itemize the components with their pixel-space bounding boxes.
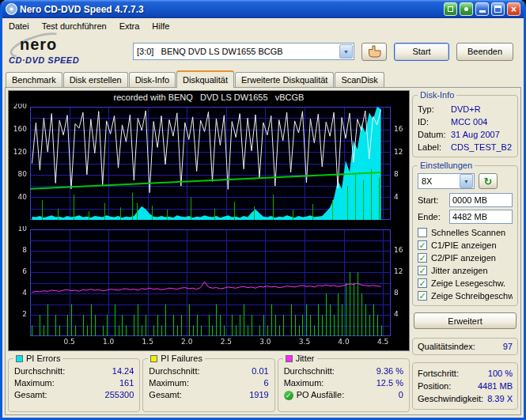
check-icon: ✓ (418, 292, 426, 300)
square-icon (448, 6, 453, 12)
minimize-button[interactable] (475, 2, 489, 16)
dot-icon (464, 7, 468, 11)
window-title: Nero CD-DVD Speed 4.7.7.3 (20, 4, 441, 15)
checkbox-c1-pie-anzeigen[interactable]: ✓ (418, 240, 427, 250)
checkbox-zeige-schreibgeschw[interactable]: ✓ (418, 291, 427, 301)
disk-type-label: Typ: (418, 103, 451, 115)
menu-hilfe[interactable]: Hilfe (146, 20, 176, 32)
disk-label-label: Label: (418, 141, 451, 153)
menu-datei[interactable]: Datei (2, 20, 36, 32)
pi-errors-chart (9, 104, 408, 224)
tab-disk-erstellen[interactable]: Disk erstellen (63, 72, 128, 87)
checkbox-zeige-lesegeschw[interactable]: ✓ (418, 278, 427, 288)
stat-label: Maximum: (149, 377, 189, 389)
checkbox-schnelles-scannen[interactable]: ✓ (418, 228, 427, 237)
disk-type-value: DVD+R (451, 103, 481, 115)
pi-failures-stats-title: PI Failures (161, 354, 202, 363)
jitter-stats-title: Jitter (296, 354, 315, 363)
disk-id-label: ID: (418, 115, 451, 128)
app-window: Nero CD-DVD Speed 4.7.7.3 × Datei Test d… (0, 0, 526, 420)
jitter-legend-icon (286, 355, 293, 362)
eject-button[interactable] (361, 43, 387, 61)
stat-value: 0.01 (252, 365, 268, 377)
refresh-button[interactable]: ↻ (479, 173, 498, 189)
pi-failures-jitter-chart (9, 226, 408, 348)
stat-value: 161 (119, 377, 134, 389)
start-position-label: Start: (418, 195, 446, 205)
tab-diskqualitaet[interactable]: Diskqualität (176, 70, 234, 88)
titlebar-extra-button-2[interactable] (460, 2, 473, 16)
start-button[interactable]: Start (394, 43, 449, 61)
chevron-down-icon[interactable]: ▼ (339, 44, 353, 59)
disk-date-value: 31 Aug 2007 (451, 128, 500, 141)
jitter-stats: Jitter Durchschnitt:9.36 % Maximum:12.5 … (278, 358, 410, 412)
stats-row: PI Errors Durchschnitt:14.24 Maximum:161… (8, 354, 410, 412)
pi-errors-stats-title: PI Errors (26, 354, 60, 363)
drive-select-value: [3:0] BENQ DVD LS DW1655 BCGB (134, 47, 339, 56)
hand-icon (367, 45, 381, 58)
tab-scandisk[interactable]: ScanDisk (335, 72, 384, 87)
toolbar: nero CD·DVD SPEED [3:0] BENQ DVD LS DW16… (2, 33, 524, 70)
advanced-button[interactable]: Erweitert (414, 312, 517, 329)
stat-value: 1919 (249, 389, 268, 401)
quality-index-value: 97 (503, 342, 513, 351)
speed-label: Geschwindigkeit: (418, 392, 483, 405)
progress-label: Fortschritt: (418, 367, 459, 380)
stat-value: 14.24 (112, 365, 134, 377)
titlebar-extra-button-1[interactable] (444, 2, 457, 16)
tab-erweiterte-diskqualitaet[interactable]: Erweiterte Diskqualität (235, 72, 334, 87)
chart-header: recorded with BENQ DVD LS DW1655 vBCGB (9, 92, 408, 104)
close-button[interactable]: × (507, 2, 520, 16)
disk-id-value: MCC 004 (451, 115, 487, 128)
sidebar: Disk-Info Typ:DVD+R ID:MCC 004 Datum:31 … (412, 90, 518, 412)
app-disc-icon[interactable] (6, 3, 17, 15)
stat-label: Durchschnitt: (284, 365, 335, 377)
titlebar: Nero CD-DVD Speed 4.7.7.3 × (2, 0, 524, 18)
tab-disk-info[interactable]: Disk-Info (129, 72, 176, 87)
scan-speed-value: 8X (418, 176, 459, 186)
close-icon: × (511, 5, 517, 14)
chevron-down-icon[interactable]: ▼ (460, 174, 473, 188)
po-failures-value: 0 (399, 389, 403, 401)
chart-column: recorded with BENQ DVD LS DW1655 vBCGB P… (8, 90, 410, 412)
position-value: 4481 MB (478, 380, 513, 392)
logo-text: nero (20, 36, 57, 54)
quality-index-label: Qualitätsindex: (418, 342, 475, 351)
ok-check-icon: ✓ (284, 391, 293, 400)
logo-subtext: CD·DVD SPEED (9, 55, 79, 65)
position-label: Position: (418, 380, 451, 392)
settings-group: Einstellungen 8X ▼ ↻ Start: Ende: ✓Schne (412, 165, 518, 306)
tab-page-diskqualitaet: recorded with BENQ DVD LS DW1655 vBCGB P… (5, 87, 521, 415)
chart-panel: recorded with BENQ DVD LS DW1655 vBCGB (8, 90, 410, 351)
stat-label: Maximum: (14, 377, 55, 389)
quit-button[interactable]: Beenden (456, 43, 513, 61)
scan-speed-select[interactable]: 8X ▼ (418, 173, 475, 189)
menu-extra[interactable]: Extra (113, 20, 146, 32)
pi-errors-stats: PI Errors Durchschnitt:14.24 Maximum:161… (8, 358, 140, 412)
minimize-icon (479, 10, 486, 13)
menubar: Datei Test durchführen Extra Hilfe (2, 18, 524, 33)
check-icon: ✓ (418, 267, 426, 274)
pi-failures-stats: PI Failures Durchschnitt:0.01 Maximum:6 … (142, 358, 274, 412)
tab-benchmark[interactable]: Benchmark (6, 72, 62, 87)
checkbox-jitter-anzeigen[interactable]: ✓ (418, 266, 427, 275)
progress-value: 100 % (488, 367, 513, 380)
speed-value: 8.39 X (487, 392, 513, 405)
check-icon: ✓ (418, 241, 426, 249)
stat-label: Gesamt: (14, 389, 47, 401)
start-position-input[interactable] (449, 193, 513, 207)
maximize-button[interactable] (491, 2, 505, 16)
end-position-input[interactable] (449, 210, 513, 224)
stat-label: Maximum: (284, 377, 324, 389)
disk-info-group: Disk-Info Typ:DVD+R ID:MCC 004 Datum:31 … (412, 95, 518, 157)
pi-errors-legend-icon (16, 355, 23, 362)
pi-failures-legend-icon (150, 355, 157, 362)
stat-value: 12.5 % (377, 377, 403, 389)
drive-select[interactable]: [3:0] BENQ DVD LS DW1655 BCGB ▼ (133, 43, 354, 60)
checkbox-c2-pif-anzeigen[interactable]: ✓ (418, 253, 427, 263)
menu-test-durchfuehren[interactable]: Test durchführen (36, 20, 113, 32)
stat-label: Durchschnitt: (149, 365, 199, 377)
stat-label: Durchschnitt: (14, 365, 65, 377)
stat-value: 255300 (105, 389, 134, 401)
tabstrip: Benchmark Disk erstellen Disk-Info Diskq… (2, 70, 524, 87)
